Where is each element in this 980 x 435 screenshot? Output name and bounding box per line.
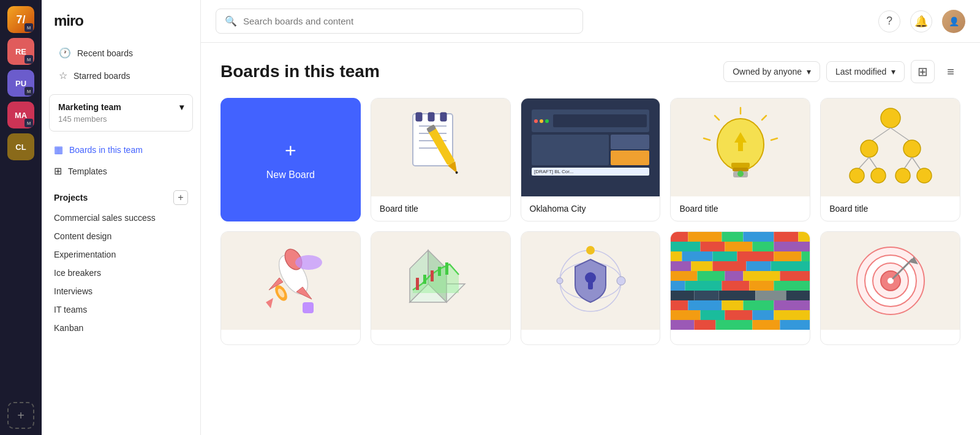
svg-rect-75 [682,251,713,261]
new-board-label: New Board [266,169,315,180]
mosaic-illustration [671,232,810,330]
project-item-interviews[interactable]: Interviews [42,282,200,300]
board-title-1: Board title [380,204,502,214]
svg-rect-74 [671,251,682,261]
board-info-3: Board title [671,196,810,221]
svg-line-32 [912,157,921,171]
add-team-button[interactable]: + [7,402,34,429]
app-logo: miro [42,12,200,42]
sidebar-item-boards-in-team[interactable]: ▦ Boards in this team [42,139,200,160]
board-card-1[interactable]: Board title [371,98,511,221]
header-icons: ? 🔔 👤 [878,10,965,33]
search-icon: 🔍 [225,15,237,27]
svg-rect-82 [713,261,747,271]
svg-rect-66 [744,232,774,242]
project-item-content[interactable]: Content design [42,227,200,245]
svg-rect-103 [744,300,774,310]
board-thumbnail-3 [671,99,810,196]
svg-rect-70 [701,242,725,251]
board-thumbnail-2: [DRAFT] BL Cor... [521,99,660,196]
team-selector[interactable]: Marketing team ▾ 145 members [49,94,193,132]
svg-point-24 [881,108,900,128]
svg-rect-78 [774,251,802,261]
team-icon-3[interactable]: PU M [7,70,34,97]
svg-rect-111 [695,320,716,330]
board-card-7[interactable] [521,231,661,345]
project-item-it-teams[interactable]: IT teams [42,300,200,319]
board-card-6[interactable] [371,231,511,345]
svg-rect-67 [774,232,799,242]
team-icon-1[interactable]: 7/ M [7,6,34,33]
svg-rect-106 [701,310,725,320]
svg-rect-110 [671,320,694,330]
svg-rect-18 [731,163,750,168]
add-project-button[interactable]: + [173,190,188,205]
svg-rect-7 [440,113,447,121]
svg-point-45 [295,255,322,270]
svg-rect-52 [431,270,434,281]
svg-rect-50 [416,278,419,290]
project-item-experimentation[interactable]: Experimentation [42,245,200,264]
board-card-9[interactable] [820,231,960,345]
board-card-5[interactable] [221,231,361,345]
svg-line-15 [715,116,719,120]
user-avatar[interactable]: 👤 [942,10,965,33]
modified-filter-dropdown[interactable]: Last modified ▾ [826,61,905,82]
svg-point-35 [895,168,910,183]
plus-icon: + [285,139,296,162]
svg-point-57 [586,246,595,255]
help-button[interactable]: ? [878,10,900,32]
page-title: Boards in this team [221,62,380,81]
svg-rect-81 [692,261,713,271]
svg-rect-92 [722,281,750,291]
search-input[interactable] [243,16,574,26]
project-item-kanban[interactable]: Kanban [42,319,200,337]
svg-rect-88 [744,271,780,281]
board-info-2: Oklahoma City [521,196,660,221]
board-grid: + New Board [221,98,960,345]
svg-rect-102 [722,300,744,310]
team-icon-4[interactable]: MA M [7,102,34,128]
sidebar-item-recent-boards[interactable]: 🕐 Recent boards [47,42,195,64]
svg-rect-69 [671,242,700,251]
board-info-1: Board title [371,196,510,221]
owner-filter-dropdown[interactable]: Owned by anyone ▾ [723,61,820,82]
svg-rect-98 [756,291,786,300]
board-thumbnail-8 [671,232,810,330]
svg-rect-53 [438,267,441,276]
board-card-8[interactable] [670,231,810,345]
board-card-3[interactable]: Board title [670,98,810,221]
new-board-card[interactable]: + New Board [221,98,361,221]
project-item-commercial[interactable]: Commercial sales success [42,209,200,227]
svg-rect-80 [671,261,691,271]
sidebar-item-starred-boards[interactable]: ☆ Starred boards [47,64,195,87]
svg-rect-101 [688,300,722,310]
view-toggle-grid[interactable]: ⊞ [911,60,935,83]
team-icon-2[interactable]: RE M [7,38,34,65]
svg-line-13 [762,116,766,120]
team-icon-5[interactable]: CL [7,133,34,160]
board-thumbnail-6 [371,232,510,330]
sidebar-item-templates[interactable]: ⊞ Templates [42,160,200,182]
board-thumbnail-4 [821,99,960,196]
board-card-4[interactable]: Board title [820,98,960,221]
svg-rect-104 [774,300,810,310]
notepad-illustration [404,108,477,187]
notifications-button[interactable]: 🔔 [910,10,932,32]
target-illustration [851,241,930,321]
svg-marker-44 [266,298,273,308]
more-options-button[interactable]: ≡ [941,61,960,83]
search-bar[interactable]: 🔍 [216,9,583,34]
badge-3: M [24,87,33,95]
svg-rect-94 [774,281,810,291]
svg-point-23 [737,171,744,177]
svg-rect-83 [747,261,771,271]
badge-2: M [24,55,33,64]
boards-icon: ▦ [54,144,63,155]
badge-4: M [24,119,33,127]
chevron-down-icon: ▾ [179,102,184,112]
rocket-illustration [247,238,333,324]
svg-rect-73 [774,242,810,251]
project-item-icebreakers[interactable]: Ice breakers [42,264,200,282]
board-card-2[interactable]: [DRAFT] BL Cor... Oklahoma City [521,98,661,221]
